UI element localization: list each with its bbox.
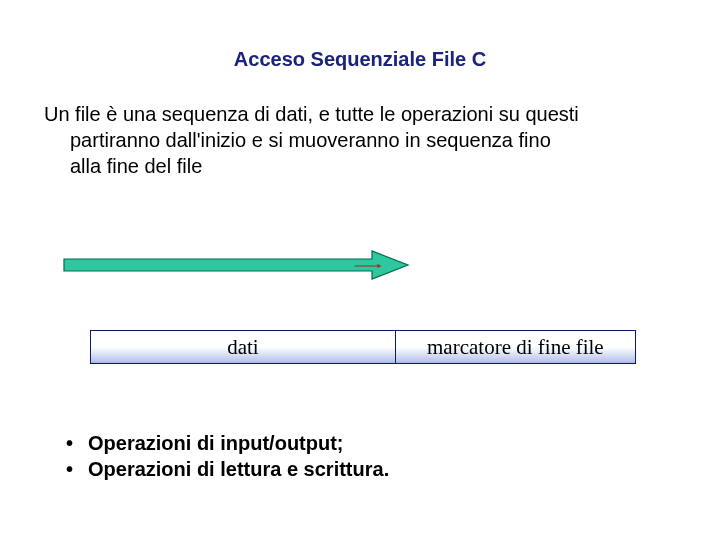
paragraph-line: alla fine del file	[70, 153, 676, 179]
secondary-arrow-icon	[348, 264, 388, 268]
bullet-text: Operazioni di input/output;	[88, 430, 344, 456]
file-diagram: dati marcatore di fine file	[90, 330, 636, 364]
intro-paragraph: Un file è una sequenza di dati, e tutte …	[0, 71, 720, 179]
bullet-list: • Operazioni di input/output; • Operazio…	[64, 430, 389, 482]
paragraph-line: partiranno dall'inizio e si muoveranno i…	[70, 127, 676, 153]
data-box: dati	[90, 330, 396, 364]
list-item: • Operazioni di lettura e scrittura.	[64, 456, 389, 482]
paragraph-line: Un file è una sequenza di dati, e tutte …	[44, 103, 579, 125]
bullet-icon: •	[64, 456, 88, 482]
page-title: Acceso Sequenziale File C	[0, 0, 720, 71]
eof-marker-box: marcatore di fine file	[396, 330, 636, 364]
list-item: • Operazioni di input/output;	[64, 430, 389, 456]
bullet-text: Operazioni di lettura e scrittura.	[88, 456, 389, 482]
bullet-icon: •	[64, 430, 88, 456]
svg-marker-2	[377, 264, 381, 268]
